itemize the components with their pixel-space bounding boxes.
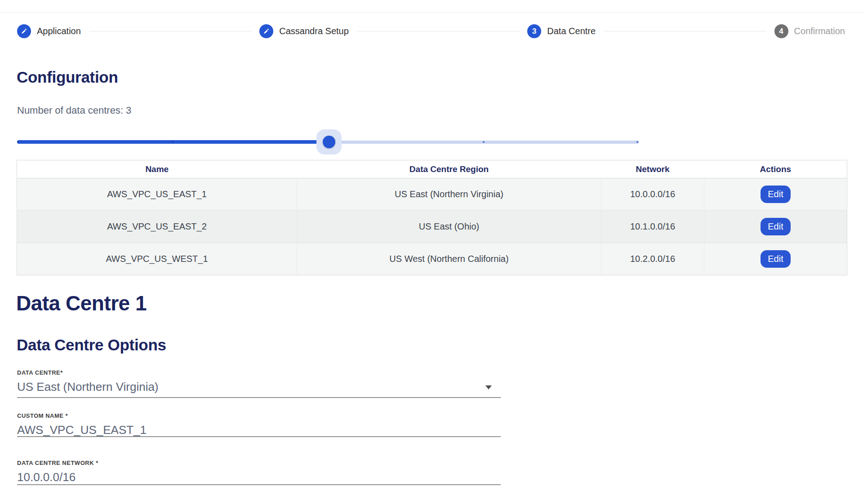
step-number-badge: 3 (527, 24, 541, 38)
slider-tick (636, 141, 638, 143)
slider-tick (17, 141, 19, 143)
step-connector (604, 31, 766, 31)
step-label: Confirmation (794, 26, 845, 36)
data-centres-table: Name Data Centre Region Network Actions … (17, 160, 847, 275)
wizard-stepper: Application Cassandra Setup 3 Data Centr… (17, 24, 845, 38)
step-label: Data Centre (547, 26, 596, 36)
field-underline (17, 397, 501, 398)
data-centre-field: DATA CENTRE* US East (Northern Virginia) (17, 369, 501, 376)
step-label: Application (37, 26, 81, 36)
table-header-row: Name Data Centre Region Network Actions (17, 160, 847, 178)
cell-region: US West (Northern California) (297, 243, 601, 275)
column-header-actions: Actions (704, 160, 847, 178)
step-number-badge: 4 (774, 24, 788, 38)
data-centre-count-label: Number of data centres: 3 (17, 105, 131, 116)
step-cassandra-setup[interactable]: Cassandra Setup (259, 24, 349, 38)
edit-button[interactable]: Edit (761, 250, 791, 268)
cell-region: US East (Northern Virginia) (297, 178, 601, 211)
slider-tick (172, 141, 173, 143)
cell-region: US East (Ohio) (297, 211, 601, 243)
column-header-network: Network (601, 160, 704, 178)
data-centre-select[interactable]: US East (Northern Virginia) (17, 380, 467, 394)
data-centre-network-field: DATA CENTRE NETWORK * (17, 460, 501, 466)
data-centre-title: Data Centre 1 (16, 291, 147, 315)
pencil-icon (259, 24, 273, 38)
step-data-centre[interactable]: 3 Data Centre (527, 24, 596, 38)
table-row: AWS_VPC_US_WEST_1 US West (Northern Cali… (17, 243, 847, 275)
cell-network: 10.2.0.0/16 (601, 243, 704, 275)
data-centre-network-input[interactable] (17, 470, 467, 484)
pencil-icon (17, 24, 31, 38)
wizard-page: Application Cassandra Setup 3 Data Centr… (0, 0, 863, 504)
data-centre-network-label: DATA CENTRE NETWORK * (17, 460, 501, 466)
field-underline (17, 484, 501, 485)
cell-name: AWS_VPC_US_EAST_1 (17, 178, 297, 211)
step-connector (357, 31, 519, 31)
top-divider (0, 12, 863, 13)
cell-name: AWS_VPC_US_EAST_2 (17, 211, 297, 243)
data-centre-count-slider[interactable] (17, 129, 639, 155)
cell-network: 10.1.0.0/16 (601, 211, 704, 243)
custom-name-field: CUSTOM NAME * (17, 412, 501, 419)
column-header-region: Data Centre Region (297, 160, 601, 178)
step-confirmation[interactable]: 4 Confirmation (774, 24, 845, 38)
data-centre-options-title: Data Centre Options (17, 336, 166, 354)
data-centre-label: DATA CENTRE* (17, 369, 501, 376)
cell-name: AWS_VPC_US_WEST_1 (17, 243, 297, 275)
edit-button[interactable]: Edit (761, 218, 791, 235)
step-application[interactable]: Application (17, 24, 81, 38)
custom-name-input[interactable] (17, 423, 467, 437)
step-label: Cassandra Setup (279, 26, 349, 36)
cell-network: 10.0.0.0/16 (601, 178, 704, 211)
field-underline (17, 436, 501, 437)
configuration-title: Configuration (17, 68, 118, 86)
column-header-name: Name (17, 160, 297, 178)
table-row: AWS_VPC_US_EAST_2 US East (Ohio) 10.1.0.… (17, 211, 847, 243)
edit-button[interactable]: Edit (761, 186, 791, 203)
slider-tick (483, 141, 485, 143)
table-row: AWS_VPC_US_EAST_1 US East (Northern Virg… (17, 178, 847, 211)
slider-thumb[interactable] (323, 136, 335, 148)
chevron-down-icon[interactable] (485, 385, 492, 389)
custom-name-label: CUSTOM NAME * (17, 412, 501, 419)
step-connector (89, 31, 251, 31)
